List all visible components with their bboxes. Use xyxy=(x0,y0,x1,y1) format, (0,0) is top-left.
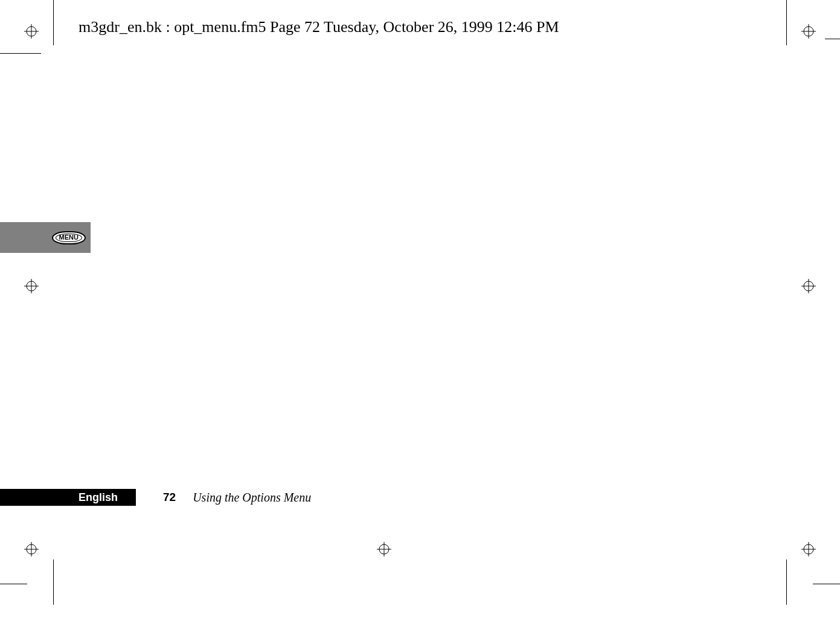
section-title: Using the Options Menu xyxy=(193,491,311,505)
crop-line xyxy=(813,584,840,584)
registration-mark-icon xyxy=(24,279,39,293)
registration-mark-icon xyxy=(801,542,816,556)
crop-line xyxy=(825,39,840,39)
crop-line xyxy=(786,0,787,45)
menu-button-sidebar: MENU xyxy=(0,222,91,253)
crop-line xyxy=(0,53,41,54)
page-footer: English 72 Using the Options Menu xyxy=(0,489,311,506)
registration-mark-icon xyxy=(801,24,816,39)
menu-button: MENU xyxy=(52,231,86,244)
crop-line xyxy=(53,0,54,45)
page-number: 72 xyxy=(163,491,176,504)
registration-mark-icon xyxy=(24,24,39,39)
language-badge: English xyxy=(0,489,136,506)
page-header-info: m3gdr_en.bk : opt_menu.fm5 Page 72 Tuesd… xyxy=(79,18,559,36)
registration-mark-icon xyxy=(24,542,39,556)
crop-line xyxy=(0,584,27,584)
crop-line xyxy=(786,560,787,605)
registration-mark-icon xyxy=(377,542,391,556)
registration-mark-icon xyxy=(801,279,816,293)
crop-line xyxy=(53,560,54,605)
